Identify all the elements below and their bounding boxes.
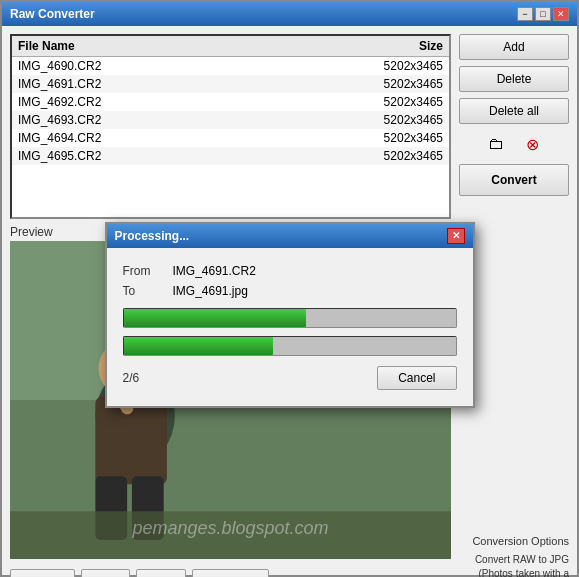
modal-overlay: Processing... ✕ From IMG_4691.CR2 To IMG… [2,26,577,577]
window-inner: File Name Size IMG_4690.CR25202x3465IMG_… [2,26,577,577]
progress-bar-1-fill [124,309,307,327]
to-value: IMG_4691.jpg [173,284,248,298]
modal-count: 2/6 [123,371,140,385]
progress-bar-1-bg [123,308,457,328]
title-controls: − □ ✕ [517,7,569,21]
modal-body: From IMG_4691.CR2 To IMG_4691.jpg [107,248,473,406]
from-label: From [123,264,173,278]
modal-title: Processing... [115,229,190,243]
progress-container [123,308,457,356]
progress-bar-2-bg [123,336,457,356]
window-title: Raw Converter [10,7,95,21]
from-row: From IMG_4691.CR2 [123,264,457,278]
to-row: To IMG_4691.jpg [123,284,457,298]
minimize-button[interactable]: − [517,7,533,21]
close-button[interactable]: ✕ [553,7,569,21]
from-value: IMG_4691.CR2 [173,264,256,278]
modal-close-button[interactable]: ✕ [447,228,465,244]
to-label: To [123,284,173,298]
title-bar: Raw Converter − □ ✕ [2,2,577,26]
modal-title-bar: Processing... ✕ [107,224,473,248]
maximize-button[interactable]: □ [535,7,551,21]
progress-bar-2-fill [124,337,273,355]
main-window: Raw Converter − □ ✕ File Name Size IMG_4… [0,0,579,577]
processing-dialog: Processing... ✕ From IMG_4691.CR2 To IMG… [105,222,475,408]
modal-footer: 2/6 Cancel [123,366,457,390]
cancel-button[interactable]: Cancel [377,366,456,390]
